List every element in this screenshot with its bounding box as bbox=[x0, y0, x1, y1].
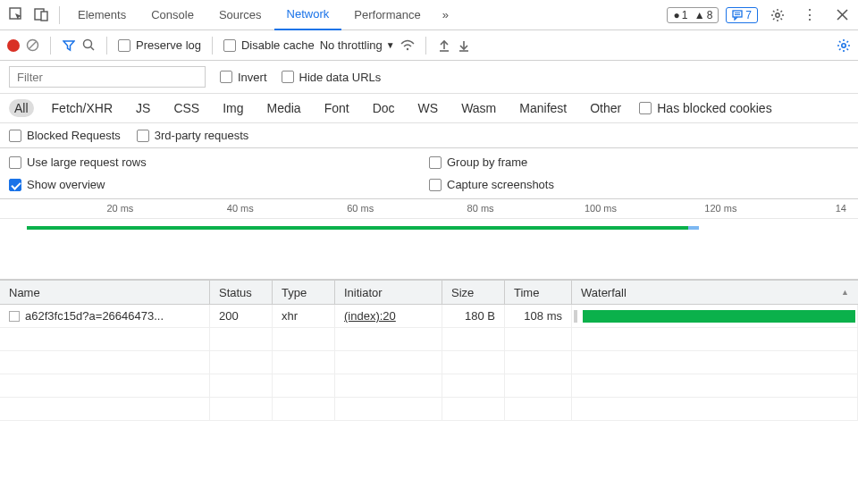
more-tabs-icon[interactable]: » bbox=[433, 8, 458, 21]
svg-point-21 bbox=[406, 47, 408, 49]
col-waterfall-label: Waterfall bbox=[581, 286, 627, 299]
svg-line-33 bbox=[839, 48, 841, 50]
type-doc[interactable]: Doc bbox=[367, 99, 400, 117]
preserve-log-checkbox[interactable]: Preserve log bbox=[118, 38, 201, 52]
svg-point-19 bbox=[83, 40, 91, 48]
has-blocked-cookies-label: Has blocked cookies bbox=[657, 101, 771, 115]
col-time[interactable]: Time bbox=[505, 281, 572, 304]
network-settings-icon[interactable] bbox=[837, 38, 851, 53]
capture-screenshots-label: Capture screenshots bbox=[447, 178, 554, 191]
record-button[interactable] bbox=[7, 39, 20, 52]
cell-name: a62f3fc15d?a=26646473... bbox=[0, 305, 210, 327]
tick: 100 ms bbox=[585, 203, 617, 214]
tab-network[interactable]: Network bbox=[274, 0, 342, 30]
timeline-bar bbox=[27, 226, 688, 230]
checkbox-icon bbox=[118, 39, 130, 52]
show-overview-checkbox[interactable]: Show overview bbox=[9, 178, 429, 191]
type-font[interactable]: Font bbox=[319, 99, 355, 117]
col-waterfall[interactable]: Waterfall bbox=[572, 281, 858, 304]
initiator-link[interactable]: (index):20 bbox=[344, 309, 396, 323]
type-other[interactable]: Other bbox=[585, 99, 627, 117]
svg-line-31 bbox=[839, 41, 841, 43]
request-name: a62f3fc15d?a=26646473... bbox=[25, 309, 164, 323]
type-img[interactable]: Img bbox=[217, 99, 248, 117]
type-manifest[interactable]: Manifest bbox=[514, 99, 572, 117]
message-icon bbox=[732, 10, 743, 21]
capture-screenshots-checkbox[interactable]: Capture screenshots bbox=[429, 178, 849, 191]
type-all[interactable]: All bbox=[9, 99, 34, 117]
checkbox-icon bbox=[429, 179, 442, 191]
error-dot-icon: ● bbox=[673, 9, 679, 21]
checkbox-icon bbox=[429, 156, 442, 169]
invert-checkbox[interactable]: Invert bbox=[220, 71, 267, 84]
svg-line-18 bbox=[29, 42, 36, 49]
filter-row: Invert Hide data URLs bbox=[0, 61, 858, 94]
third-party-label: 3rd-party requests bbox=[155, 129, 249, 142]
waterfall-bar-icon bbox=[583, 310, 855, 323]
timeline-overview[interactable]: 20 ms 40 ms 60 ms 80 ms 100 ms 120 ms 14 bbox=[0, 199, 858, 280]
top-right-cluster: ●1 ▲8 7 ⋮ bbox=[667, 3, 854, 28]
type-media[interactable]: Media bbox=[262, 99, 307, 117]
table-row-empty bbox=[0, 374, 858, 398]
svg-rect-2 bbox=[41, 12, 47, 21]
separator bbox=[425, 37, 426, 55]
main-tabs-bar: Elements Console Sources Network Perform… bbox=[0, 0, 858, 30]
group-by-frame-checkbox[interactable]: Group by frame bbox=[429, 155, 849, 169]
col-size[interactable]: Size bbox=[442, 281, 505, 304]
checkbox-checked-icon bbox=[9, 179, 21, 191]
chevron-down-icon: ▼ bbox=[386, 40, 395, 50]
tab-performance[interactable]: Performance bbox=[341, 0, 433, 30]
large-rows-checkbox[interactable]: Use large request rows bbox=[9, 155, 429, 169]
blocked-requests-checkbox[interactable]: Blocked Requests bbox=[9, 129, 121, 142]
close-devtools-icon[interactable] bbox=[829, 3, 854, 28]
warning-triangle-icon: ▲ bbox=[694, 9, 705, 21]
col-initiator[interactable]: Initiator bbox=[335, 281, 442, 304]
export-har-icon[interactable] bbox=[457, 38, 471, 53]
tick: 14 bbox=[836, 203, 846, 214]
cell-time: 108 ms bbox=[505, 305, 572, 327]
filter-toggle-icon[interactable] bbox=[62, 38, 76, 53]
table-row-empty bbox=[0, 328, 858, 351]
device-toggle-icon[interactable] bbox=[29, 3, 54, 28]
issues-count: 7 bbox=[745, 9, 752, 21]
tab-sources[interactable]: Sources bbox=[206, 0, 274, 30]
col-status[interactable]: Status bbox=[210, 281, 273, 304]
inspect-element-icon[interactable] bbox=[4, 3, 29, 28]
has-blocked-cookies-checkbox[interactable]: Has blocked cookies bbox=[639, 101, 771, 115]
checkbox-icon bbox=[9, 130, 21, 142]
type-fetch-xhr[interactable]: Fetch/XHR bbox=[46, 99, 118, 117]
type-js[interactable]: JS bbox=[130, 99, 156, 117]
throttling-select[interactable]: No throttling ▼ bbox=[320, 38, 395, 52]
row-checkbox-icon[interactable] bbox=[9, 311, 20, 322]
errors-warnings-badge[interactable]: ●1 ▲8 bbox=[667, 7, 719, 23]
table-row[interactable]: a62f3fc15d?a=26646473... 200 xhr (index)… bbox=[0, 305, 858, 328]
separator bbox=[212, 37, 213, 55]
checkbox-icon bbox=[220, 71, 232, 83]
type-wasm[interactable]: Wasm bbox=[456, 99, 501, 117]
settings-gear-icon[interactable] bbox=[765, 3, 790, 28]
filter-input[interactable] bbox=[9, 66, 206, 88]
disable-cache-checkbox[interactable]: Disable cache bbox=[223, 38, 315, 52]
checkbox-icon bbox=[9, 156, 21, 169]
clear-button[interactable] bbox=[25, 38, 39, 53]
hide-data-urls-checkbox[interactable]: Hide data URLs bbox=[282, 71, 382, 84]
issues-badge[interactable]: 7 bbox=[726, 7, 758, 23]
type-css[interactable]: CSS bbox=[168, 99, 205, 117]
large-rows-label: Use large request rows bbox=[27, 155, 147, 169]
col-type[interactable]: Type bbox=[273, 281, 335, 304]
tab-console[interactable]: Console bbox=[139, 0, 206, 30]
preserve-log-label: Preserve log bbox=[136, 38, 201, 52]
search-icon[interactable] bbox=[81, 38, 96, 53]
checkbox-icon bbox=[639, 102, 652, 114]
network-toolbar: Preserve log Disable cache No throttling… bbox=[0, 30, 858, 61]
col-name[interactable]: Name bbox=[0, 281, 210, 304]
third-party-checkbox[interactable]: 3rd-party requests bbox=[137, 129, 249, 142]
import-har-icon[interactable] bbox=[437, 38, 451, 53]
tab-elements[interactable]: Elements bbox=[65, 0, 139, 30]
checkbox-icon bbox=[137, 130, 149, 142]
type-ws[interactable]: WS bbox=[413, 99, 444, 117]
svg-line-32 bbox=[847, 48, 849, 50]
invert-label: Invert bbox=[238, 71, 267, 84]
kebab-menu-icon[interactable]: ⋮ bbox=[797, 3, 822, 28]
network-conditions-icon[interactable] bbox=[400, 38, 415, 53]
